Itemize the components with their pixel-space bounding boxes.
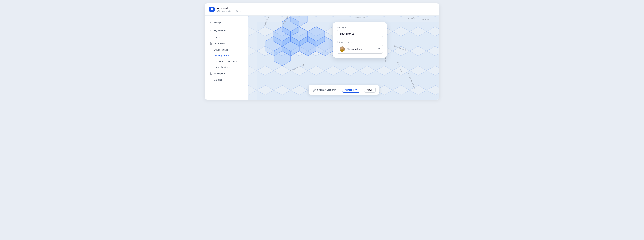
sidebar-item-driver-settings[interactable]: Driver settings	[204, 47, 248, 53]
sidebar: Settings My account Profile	[204, 16, 248, 100]
drivers-dropdown[interactable]: Christian Hunt	[337, 45, 383, 54]
header: All depots 453 routes in the last 30 day…	[204, 3, 440, 16]
map-content[interactable]: Rua Dr. Gabriel R. Dr. Brasílio Mach R. …	[248, 16, 440, 100]
svg-point-0	[210, 30, 211, 31]
back-label: Settings	[213, 21, 221, 24]
area-text: 58 km2 • East Bronx	[317, 89, 337, 91]
back-button[interactable]: Settings	[204, 20, 248, 25]
driver-avatar-face	[340, 46, 345, 52]
bottom-bar: 58 km2 • East Bronx Options Save	[308, 85, 379, 95]
sidebar-item-proof-of-delivery[interactable]: Proof of delivery	[204, 64, 248, 70]
svg-text:R. Barác: R. Barác	[422, 19, 430, 21]
delivery-zone-panel: Delivery zone Drivers assigned Christian…	[333, 22, 387, 58]
depot-toggle[interactable]	[246, 8, 248, 11]
depot-icon	[209, 7, 215, 12]
delivery-zone-label: Delivery zone	[337, 26, 383, 29]
sidebar-item-delivery-zones[interactable]: Delivery zones	[204, 53, 248, 58]
header-subtitle: 453 routes in the last 30 days	[217, 10, 243, 13]
header-text: All depots 453 routes in the last 30 day…	[217, 6, 243, 13]
sidebar-item-general[interactable]: General	[204, 77, 248, 83]
driver-name: Christian Hunt	[347, 48, 376, 50]
area-select-icon	[312, 88, 316, 92]
header-title: All depots	[217, 6, 243, 10]
driver-avatar	[340, 46, 345, 52]
section-header-workspace: Workspace	[204, 71, 248, 76]
area-info: 58 km2 • East Bronx	[312, 88, 338, 92]
section-header-operations: Operations	[204, 41, 248, 46]
sidebar-section-workspace: Workspace General	[204, 71, 248, 83]
options-button[interactable]: Options	[342, 87, 360, 93]
sidebar-item-profile[interactable]: Profile	[204, 34, 248, 40]
svg-text:Alameda Barros: Alameda Barros	[354, 17, 368, 19]
main-layout: Settings My account Profile	[204, 16, 440, 100]
section-label-account: My account	[214, 30, 226, 32]
section-header-account: My account	[204, 28, 248, 34]
app-container: All depots 453 routes in the last 30 day…	[204, 3, 440, 100]
home-icon	[209, 72, 212, 75]
section-label-operations: Operations	[214, 42, 225, 45]
drivers-label: Drivers assigned	[337, 41, 383, 43]
sidebar-section-operations: Operations Driver settings Delivery zone…	[204, 41, 248, 70]
svg-rect-26	[313, 89, 314, 91]
sidebar-item-routes-optimization[interactable]: Routes and optimization	[204, 58, 248, 64]
user-icon	[209, 29, 212, 32]
zone-name-input[interactable]	[337, 30, 383, 38]
sidebar-section-account: My account Profile	[204, 28, 248, 40]
section-label-workspace: Workspace	[214, 72, 225, 75]
box-icon	[209, 42, 212, 45]
save-button[interactable]: Save	[364, 87, 376, 93]
chevron-down-icon	[378, 47, 380, 51]
